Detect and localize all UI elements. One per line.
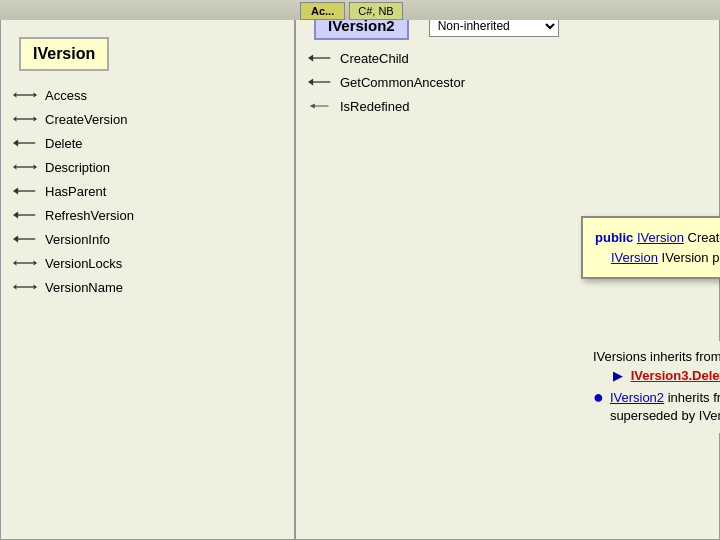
member-item-description[interactable]: Description xyxy=(1,155,294,179)
popup-keyword: public xyxy=(595,230,633,245)
right-panel: IVersion2 Non-inherited Inherited All C xyxy=(295,0,720,540)
arrow-right-icon: ▶ xyxy=(613,368,623,383)
sub-item: ▶ IVersion3.DeleteWithChildren xyxy=(593,368,720,383)
member-label-hasparent: HasParent xyxy=(45,184,106,199)
member-item-hasparent[interactable]: HasParent xyxy=(1,179,294,203)
member-item-access[interactable]: Access xyxy=(1,83,294,107)
double-arrow-icon-3 xyxy=(13,159,37,175)
member-label-createchild: CreateChild xyxy=(340,51,409,66)
icon-delete xyxy=(11,134,39,152)
popup-param2: IVersion pInitialStateVersion); xyxy=(662,250,720,265)
icon-description xyxy=(11,158,39,176)
delete-with-children-link[interactable]: IVersion3.DeleteWithChildren xyxy=(631,368,720,383)
double-arrow-icon-2 xyxy=(13,111,37,127)
member-item-versionname[interactable]: VersionName xyxy=(1,275,294,299)
member-item-createversion[interactable]: CreateVersion xyxy=(1,107,294,131)
svg-marker-4 xyxy=(13,116,16,121)
svg-marker-12 xyxy=(13,188,18,195)
arrow-left-icon-createchild xyxy=(308,50,332,66)
icon-getcommonancestor xyxy=(306,73,334,91)
popup-iversion-link[interactable]: IVersion xyxy=(611,250,658,265)
right-member-item-isredefined[interactable]: IsRedefined xyxy=(296,94,719,118)
arrow-left-icon-hasparent xyxy=(13,183,37,199)
member-item-delete[interactable]: Delete xyxy=(1,131,294,155)
member-label-access: Access xyxy=(45,88,87,103)
svg-marker-22 xyxy=(34,284,37,289)
svg-marker-19 xyxy=(34,260,37,265)
member-label-createversion: CreateVersion xyxy=(45,112,127,127)
member-item-refreshversion[interactable]: RefreshVersion xyxy=(1,203,294,227)
tab-ac[interactable]: Ac... xyxy=(300,2,345,20)
main-container: IVersion Access xyxy=(0,0,720,540)
svg-marker-7 xyxy=(13,140,18,147)
member-label-versionname: VersionName xyxy=(45,280,123,295)
member-label-delete: Delete xyxy=(45,136,83,151)
icon-refreshversion xyxy=(11,206,39,224)
member-label-isredefined: IsRedefined xyxy=(340,99,409,114)
arrow-left-icon-getcommon xyxy=(308,74,332,90)
popup-method: CreateChild xyxy=(688,230,720,245)
svg-marker-24 xyxy=(308,55,313,62)
left-member-list: Access CreateVersion xyxy=(1,79,294,303)
arrow-left-small-icon xyxy=(308,98,332,114)
icon-hasparent xyxy=(11,182,39,200)
icon-versionname xyxy=(11,278,39,296)
popup-box: public IVersion CreateChild ( string Nam… xyxy=(581,216,720,279)
svg-marker-18 xyxy=(13,260,16,265)
svg-marker-10 xyxy=(34,164,37,169)
bullet-middle: inherits from xyxy=(668,390,720,405)
bullet-icon: ● xyxy=(593,387,604,408)
svg-marker-21 xyxy=(13,284,16,289)
double-arrow-icon xyxy=(13,87,37,103)
bullet-text3: superseded by IVersion2 xyxy=(610,408,720,423)
icon-createchild xyxy=(306,49,334,67)
svg-marker-9 xyxy=(13,164,16,169)
left-panel: IVersion Access xyxy=(0,0,295,540)
right-member-list: CreateChild GetCommonAncestor xyxy=(296,44,719,120)
icon-access xyxy=(11,86,39,104)
svg-marker-1 xyxy=(13,92,16,97)
member-label-refreshversion: RefreshVersion xyxy=(45,208,134,223)
iversion2-link[interactable]: IVersion2 xyxy=(610,390,664,405)
member-label-description: Description xyxy=(45,160,110,175)
tab-csharp[interactable]: C#, NB xyxy=(349,2,402,20)
double-arrow-icon-5 xyxy=(13,279,37,295)
tab-area: Ac... C#, NB xyxy=(300,0,403,22)
icon-createversion xyxy=(11,110,39,128)
member-label-getcommonancestor: GetCommonAncestor xyxy=(340,75,465,90)
popup-type1[interactable]: IVersion xyxy=(637,230,684,245)
svg-marker-26 xyxy=(308,79,313,86)
arrow-left-icon-versioninfo xyxy=(13,231,37,247)
svg-marker-2 xyxy=(34,92,37,97)
member-label-versionlocks: VersionLocks xyxy=(45,256,122,271)
inherits-prefix: IVersions inherits from xyxy=(593,349,720,364)
bullet-item: ● IVersion2 inherits from IVersion , the… xyxy=(593,389,720,425)
member-item-versionlocks[interactable]: VersionLocks xyxy=(1,251,294,275)
right-member-item-createchild[interactable]: CreateChild xyxy=(296,46,719,70)
member-item-versioninfo[interactable]: VersionInfo xyxy=(1,227,294,251)
icon-versionlocks xyxy=(11,254,39,272)
bullet-text: IVersion2 inherits from IVersion , the I… xyxy=(610,389,720,425)
icon-isredefined xyxy=(306,97,334,115)
svg-marker-16 xyxy=(13,236,18,243)
arrow-left-icon-delete xyxy=(13,135,37,151)
inherits-line: IVersions inherits from IVersion , IVers… xyxy=(593,349,720,364)
svg-marker-28 xyxy=(310,103,315,108)
left-panel-title: IVersion xyxy=(19,37,109,71)
svg-marker-5 xyxy=(34,116,37,121)
icon-versioninfo xyxy=(11,230,39,248)
double-arrow-icon-4 xyxy=(13,255,37,271)
member-label-versioninfo: VersionInfo xyxy=(45,232,110,247)
right-member-item-getcommonancestor[interactable]: GetCommonAncestor xyxy=(296,70,719,94)
arrow-left-icon-refresh xyxy=(13,207,37,223)
bottom-content: IVersions inherits from IVersion , IVers… xyxy=(581,341,720,433)
svg-marker-14 xyxy=(13,212,18,219)
